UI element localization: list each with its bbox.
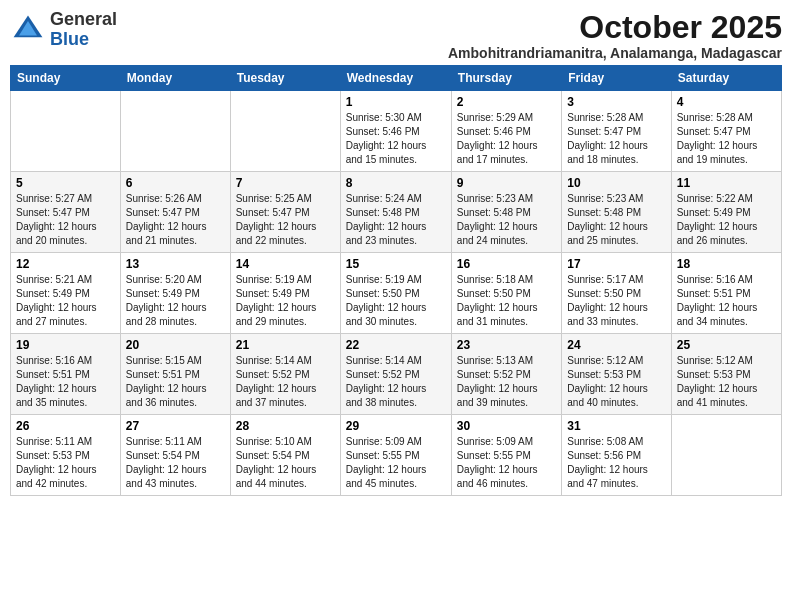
day-number: 8	[346, 176, 446, 190]
day-number: 1	[346, 95, 446, 109]
day-info: Sunrise: 5:14 AM Sunset: 5:52 PM Dayligh…	[236, 354, 335, 410]
calendar-cell: 18Sunrise: 5:16 AM Sunset: 5:51 PM Dayli…	[671, 253, 781, 334]
day-info: Sunrise: 5:17 AM Sunset: 5:50 PM Dayligh…	[567, 273, 665, 329]
calendar-cell: 14Sunrise: 5:19 AM Sunset: 5:49 PM Dayli…	[230, 253, 340, 334]
calendar-cell: 28Sunrise: 5:10 AM Sunset: 5:54 PM Dayli…	[230, 415, 340, 496]
day-info: Sunrise: 5:10 AM Sunset: 5:54 PM Dayligh…	[236, 435, 335, 491]
calendar-cell	[230, 91, 340, 172]
calendar-week-row: 12Sunrise: 5:21 AM Sunset: 5:49 PM Dayli…	[11, 253, 782, 334]
day-number: 26	[16, 419, 115, 433]
calendar-cell: 10Sunrise: 5:23 AM Sunset: 5:48 PM Dayli…	[562, 172, 671, 253]
day-number: 31	[567, 419, 665, 433]
day-number: 24	[567, 338, 665, 352]
day-number: 9	[457, 176, 556, 190]
calendar-cell: 2Sunrise: 5:29 AM Sunset: 5:46 PM Daylig…	[451, 91, 561, 172]
day-info: Sunrise: 5:19 AM Sunset: 5:49 PM Dayligh…	[236, 273, 335, 329]
weekday-header-wednesday: Wednesday	[340, 66, 451, 91]
day-number: 14	[236, 257, 335, 271]
weekday-header-row: SundayMondayTuesdayWednesdayThursdayFrid…	[11, 66, 782, 91]
day-info: Sunrise: 5:25 AM Sunset: 5:47 PM Dayligh…	[236, 192, 335, 248]
title-section: October 2025 Ambohitrandriamanitra, Anal…	[448, 10, 782, 61]
day-number: 28	[236, 419, 335, 433]
day-info: Sunrise: 5:22 AM Sunset: 5:49 PM Dayligh…	[677, 192, 776, 248]
logo-text: General Blue	[50, 10, 117, 50]
calendar-cell	[120, 91, 230, 172]
calendar-cell: 16Sunrise: 5:18 AM Sunset: 5:50 PM Dayli…	[451, 253, 561, 334]
logo-blue: Blue	[50, 29, 89, 49]
day-info: Sunrise: 5:14 AM Sunset: 5:52 PM Dayligh…	[346, 354, 446, 410]
day-number: 3	[567, 95, 665, 109]
calendar-cell: 20Sunrise: 5:15 AM Sunset: 5:51 PM Dayli…	[120, 334, 230, 415]
day-info: Sunrise: 5:20 AM Sunset: 5:49 PM Dayligh…	[126, 273, 225, 329]
day-info: Sunrise: 5:08 AM Sunset: 5:56 PM Dayligh…	[567, 435, 665, 491]
day-number: 22	[346, 338, 446, 352]
calendar-cell: 6Sunrise: 5:26 AM Sunset: 5:47 PM Daylig…	[120, 172, 230, 253]
day-number: 18	[677, 257, 776, 271]
day-info: Sunrise: 5:15 AM Sunset: 5:51 PM Dayligh…	[126, 354, 225, 410]
calendar-cell: 11Sunrise: 5:22 AM Sunset: 5:49 PM Dayli…	[671, 172, 781, 253]
weekday-header-sunday: Sunday	[11, 66, 121, 91]
day-info: Sunrise: 5:19 AM Sunset: 5:50 PM Dayligh…	[346, 273, 446, 329]
day-number: 11	[677, 176, 776, 190]
day-info: Sunrise: 5:12 AM Sunset: 5:53 PM Dayligh…	[567, 354, 665, 410]
day-info: Sunrise: 5:09 AM Sunset: 5:55 PM Dayligh…	[457, 435, 556, 491]
day-number: 29	[346, 419, 446, 433]
logo-general: General	[50, 9, 117, 29]
day-info: Sunrise: 5:09 AM Sunset: 5:55 PM Dayligh…	[346, 435, 446, 491]
weekday-header-thursday: Thursday	[451, 66, 561, 91]
day-number: 21	[236, 338, 335, 352]
calendar-cell: 25Sunrise: 5:12 AM Sunset: 5:53 PM Dayli…	[671, 334, 781, 415]
calendar-cell: 23Sunrise: 5:13 AM Sunset: 5:52 PM Dayli…	[451, 334, 561, 415]
calendar-week-row: 26Sunrise: 5:11 AM Sunset: 5:53 PM Dayli…	[11, 415, 782, 496]
day-number: 23	[457, 338, 556, 352]
day-info: Sunrise: 5:26 AM Sunset: 5:47 PM Dayligh…	[126, 192, 225, 248]
calendar-cell	[11, 91, 121, 172]
day-number: 20	[126, 338, 225, 352]
calendar-cell: 26Sunrise: 5:11 AM Sunset: 5:53 PM Dayli…	[11, 415, 121, 496]
calendar-cell: 30Sunrise: 5:09 AM Sunset: 5:55 PM Dayli…	[451, 415, 561, 496]
day-number: 25	[677, 338, 776, 352]
day-number: 4	[677, 95, 776, 109]
calendar-cell: 17Sunrise: 5:17 AM Sunset: 5:50 PM Dayli…	[562, 253, 671, 334]
calendar-cell: 4Sunrise: 5:28 AM Sunset: 5:47 PM Daylig…	[671, 91, 781, 172]
logo: General Blue	[10, 10, 117, 50]
weekday-header-saturday: Saturday	[671, 66, 781, 91]
calendar-cell: 12Sunrise: 5:21 AM Sunset: 5:49 PM Dayli…	[11, 253, 121, 334]
day-info: Sunrise: 5:16 AM Sunset: 5:51 PM Dayligh…	[677, 273, 776, 329]
day-number: 30	[457, 419, 556, 433]
calendar-cell: 1Sunrise: 5:30 AM Sunset: 5:46 PM Daylig…	[340, 91, 451, 172]
calendar-cell: 5Sunrise: 5:27 AM Sunset: 5:47 PM Daylig…	[11, 172, 121, 253]
calendar-cell: 24Sunrise: 5:12 AM Sunset: 5:53 PM Dayli…	[562, 334, 671, 415]
calendar-cell: 27Sunrise: 5:11 AM Sunset: 5:54 PM Dayli…	[120, 415, 230, 496]
day-number: 17	[567, 257, 665, 271]
day-info: Sunrise: 5:23 AM Sunset: 5:48 PM Dayligh…	[457, 192, 556, 248]
day-number: 5	[16, 176, 115, 190]
day-info: Sunrise: 5:11 AM Sunset: 5:54 PM Dayligh…	[126, 435, 225, 491]
calendar-table: SundayMondayTuesdayWednesdayThursdayFrid…	[10, 65, 782, 496]
day-number: 19	[16, 338, 115, 352]
day-number: 7	[236, 176, 335, 190]
day-info: Sunrise: 5:24 AM Sunset: 5:48 PM Dayligh…	[346, 192, 446, 248]
day-number: 15	[346, 257, 446, 271]
weekday-header-tuesday: Tuesday	[230, 66, 340, 91]
calendar-cell: 21Sunrise: 5:14 AM Sunset: 5:52 PM Dayli…	[230, 334, 340, 415]
calendar-cell: 15Sunrise: 5:19 AM Sunset: 5:50 PM Dayli…	[340, 253, 451, 334]
day-info: Sunrise: 5:27 AM Sunset: 5:47 PM Dayligh…	[16, 192, 115, 248]
calendar-week-row: 1Sunrise: 5:30 AM Sunset: 5:46 PM Daylig…	[11, 91, 782, 172]
day-number: 13	[126, 257, 225, 271]
calendar-cell: 29Sunrise: 5:09 AM Sunset: 5:55 PM Dayli…	[340, 415, 451, 496]
calendar-week-row: 5Sunrise: 5:27 AM Sunset: 5:47 PM Daylig…	[11, 172, 782, 253]
day-info: Sunrise: 5:28 AM Sunset: 5:47 PM Dayligh…	[567, 111, 665, 167]
location-title: Ambohitrandriamanitra, Analamanga, Madag…	[448, 45, 782, 61]
month-title: October 2025	[448, 10, 782, 45]
day-number: 10	[567, 176, 665, 190]
calendar-cell: 9Sunrise: 5:23 AM Sunset: 5:48 PM Daylig…	[451, 172, 561, 253]
day-info: Sunrise: 5:30 AM Sunset: 5:46 PM Dayligh…	[346, 111, 446, 167]
day-info: Sunrise: 5:12 AM Sunset: 5:53 PM Dayligh…	[677, 354, 776, 410]
day-info: Sunrise: 5:21 AM Sunset: 5:49 PM Dayligh…	[16, 273, 115, 329]
calendar-cell: 13Sunrise: 5:20 AM Sunset: 5:49 PM Dayli…	[120, 253, 230, 334]
day-number: 12	[16, 257, 115, 271]
weekday-header-monday: Monday	[120, 66, 230, 91]
calendar-cell	[671, 415, 781, 496]
day-number: 2	[457, 95, 556, 109]
